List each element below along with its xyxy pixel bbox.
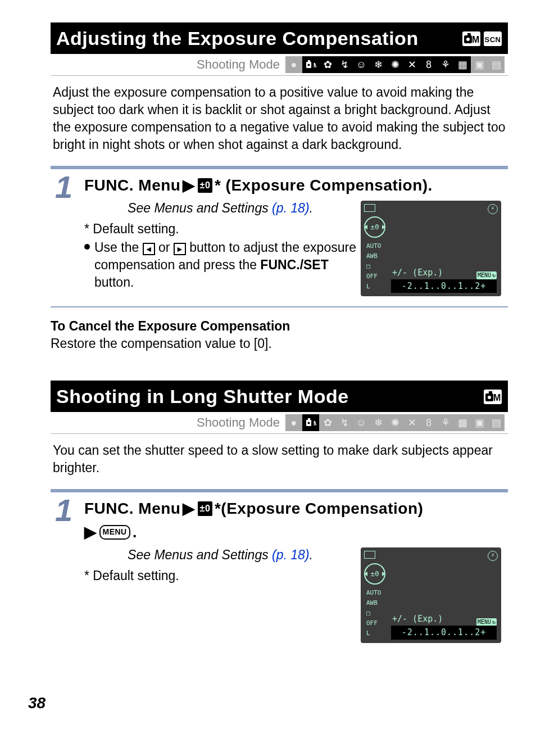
step1-bullet: Use the ◄ or ► button to adjust the expo… — [84, 239, 356, 291]
step1-title-a: FUNC. Menu — [84, 175, 180, 196]
section1-header: Adjusting the Exposure Compensation M SC… — [51, 22, 508, 54]
bullet-d: button. — [94, 275, 134, 289]
mode-icon-macro: ✿ — [319, 414, 336, 431]
mode-icon-snow: ❄ — [370, 56, 387, 73]
section1-header-icons: M SCN — [462, 31, 502, 47]
shot-size: L — [366, 282, 381, 292]
svg-rect-9 — [308, 60, 310, 62]
step2-title-line2: ▶ MENU . — [84, 522, 501, 543]
mode-icon-stitch: ▣ — [471, 56, 488, 73]
mode-icon-auto: ● — [285, 56, 302, 73]
see-menus-line-2: See Menus and Settings (p. 18). — [84, 546, 356, 564]
bullet-b: or — [158, 240, 174, 255]
svg-text:M: M — [314, 62, 316, 69]
mode-icon-stitch: ▣ — [471, 414, 488, 431]
page-number: 38 — [28, 692, 508, 714]
shot-menu-text: MENU — [478, 271, 491, 279]
shot-cam-icon — [364, 204, 375, 212]
triangle-right-icon: ▶ — [84, 522, 97, 543]
mode-icon-sport: ↯ — [336, 414, 353, 431]
mode-icon-night: 8 — [420, 414, 437, 431]
svg-text:M: M — [314, 420, 316, 427]
step2-title-b: *(Exposure Compensation) — [215, 498, 423, 519]
step2-title: FUNC. Menu ▶ ±0 *(Exposure Compensation) — [84, 498, 501, 519]
camera-screenshot-2: ⚡ ±0 AUTO AWB □ OFF L +/- (Exp.) MENU↻ -… — [361, 547, 501, 643]
section1-mode-strip: ● M ✿ ↯ ☺ ❄ ✺ ✕ 8 ⚘ ▦ ▣ ▤ — [285, 56, 505, 73]
svg-point-13 — [488, 396, 491, 399]
bullet-icon — [84, 244, 90, 250]
section2-mode-strip: ● M ✿ ↯ ☺ ❄ ✺ ✕ 8 ⚘ ▦ ▣ ▤ — [285, 414, 505, 431]
section2-header: Shooting in Long Shutter Mode M — [51, 381, 508, 412]
svg-text:SCN: SCN — [485, 35, 501, 44]
see-link-2[interactable]: (p. 18) — [272, 547, 309, 562]
shot-exp-dial: ±0 — [364, 216, 385, 238]
shot-left-column: AUTO AWB □ OFF L — [366, 241, 381, 292]
default-setting-2: * Default setting. — [84, 567, 356, 585]
shot-scale: -2..1..0..1..2+ — [391, 626, 497, 639]
mode-icon-portrait: ☺ — [353, 414, 370, 431]
shot-menu-badge: MENU↻ — [476, 271, 497, 279]
step1-title-b: * (Exposure Compensation). — [215, 175, 433, 196]
see-prefix-2: See Menus and Settings — [128, 547, 272, 562]
mode-icon-foliage: ⚘ — [437, 414, 454, 431]
mode-icon-portrait: ☺ — [353, 56, 370, 73]
exposure-icon: ±0 — [198, 178, 212, 193]
exposure-icon: ±0 — [198, 501, 212, 516]
section2-shooting-row: Shooting Mode ● M ✿ ↯ ☺ ❄ ✺ ✕ 8 ⚘ ▦ ▣ ▤ — [51, 412, 508, 434]
mode-icon-mosaic: ▦ — [454, 414, 471, 431]
section1-body: Adjust the exposure compensation to a po… — [53, 84, 506, 153]
mode-icon-snow: ❄ — [370, 414, 387, 431]
shot-drive: □ — [366, 608, 381, 618]
shot-auto: AUTO — [366, 241, 381, 251]
see-prefix: See Menus and Settings — [128, 201, 272, 215]
mode-icon-manual: M — [302, 414, 319, 431]
svg-point-2 — [466, 38, 470, 41]
mode-icon-manual: M — [302, 56, 319, 73]
default-setting: * Default setting. — [84, 220, 356, 238]
see-suffix: . — [310, 201, 313, 215]
shot-flash-icon: ⚡ — [488, 204, 498, 214]
camera-m-icon: M — [483, 389, 502, 405]
section2-body: You can set the shutter speed to a slow … — [53, 442, 506, 477]
see-link[interactable]: (p. 18) — [272, 201, 309, 215]
step2-title-end: . — [133, 522, 137, 543]
shot-scale: -2..1..0..1..2+ — [391, 279, 497, 293]
camera-m-icon: M — [462, 31, 481, 47]
mode-icon-auto: ● — [285, 414, 302, 431]
mode-icon-movie: ▤ — [488, 414, 505, 431]
bullet-bold: FUNC./SET — [260, 257, 328, 272]
cancel-body: Restore the compensation value to [0]. — [51, 335, 508, 352]
shot-auto: AUTO — [366, 588, 381, 598]
shot-exp-dial: ±0 — [364, 563, 385, 585]
step1-title: FUNC. Menu ▶ ±0 * (Exposure Compensation… — [84, 175, 501, 196]
mode-icon-macro: ✿ — [319, 56, 336, 73]
bullet-a: Use the — [94, 240, 143, 255]
section2-header-icons: M — [483, 389, 502, 405]
step-number-2: 1 — [55, 498, 80, 643]
shot-awb: AWB — [366, 251, 381, 261]
shot-menu-arrow-icon: ↻ — [492, 271, 496, 279]
see-suffix-2: . — [310, 547, 313, 562]
svg-rect-3 — [467, 33, 471, 35]
svg-rect-18 — [308, 418, 310, 420]
scn-icon: SCN — [483, 31, 502, 47]
mode-icon-fireworks: ✺ — [387, 414, 403, 431]
svg-rect-14 — [489, 391, 492, 393]
mode-icon-beach: ✕ — [403, 414, 420, 431]
menu-button-icon: MENU — [99, 525, 130, 540]
shot-size: L — [366, 628, 381, 639]
mode-icon-beach: ✕ — [403, 56, 420, 73]
step2-title-a: FUNC. Menu — [84, 498, 180, 519]
section2-title: Shooting in Long Shutter Mode — [56, 384, 349, 410]
shot-flash-icon: ⚡ — [488, 551, 498, 561]
triangle-right-icon: ▶ — [183, 175, 196, 196]
mode-icon-movie: ▤ — [488, 56, 505, 73]
svg-text:M: M — [472, 35, 480, 44]
shot-menu-text: MENU — [478, 618, 491, 626]
shot-drive: □ — [366, 261, 381, 271]
shot-awb: AWB — [366, 598, 381, 608]
section1-title: Adjusting the Exposure Compensation — [56, 26, 419, 52]
shot-exp-label: +/- (Exp.) — [392, 267, 443, 278]
section1-step: 1 FUNC. Menu ▶ ±0 * (Exposure Compensati… — [51, 166, 508, 307]
svg-point-17 — [308, 422, 310, 424]
